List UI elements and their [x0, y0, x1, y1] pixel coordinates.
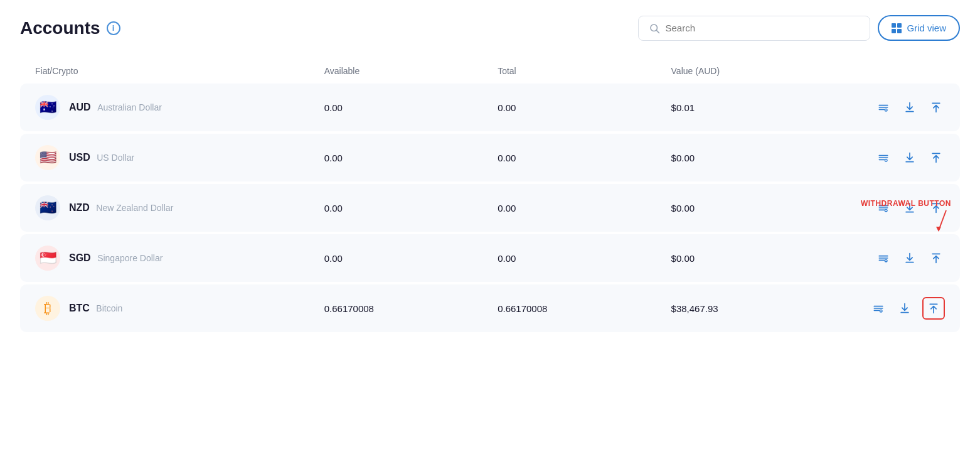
- grid-view-button[interactable]: Grid view: [878, 15, 960, 41]
- total-nzd: 0.00: [498, 203, 671, 213]
- transfer-button-sgd[interactable]: [875, 249, 892, 267]
- table-row-btc: ₿ BTC Bitcoin 0.66170008 0.66170008 $38,…: [20, 284, 960, 332]
- currency-name-nzd: New Zealand Dollar: [96, 203, 173, 213]
- withdraw-button-sgd[interactable]: [927, 249, 945, 267]
- available-btc: 0.66170008: [324, 303, 498, 314]
- actions-btc: [844, 297, 945, 320]
- currency-name-btc: Bitcoin: [96, 303, 122, 313]
- value-usd: $0.00: [671, 153, 844, 163]
- flag-aud: 🇦🇺: [35, 95, 60, 120]
- transfer-button-usd[interactable]: [875, 149, 892, 166]
- table-row: 🇦🇺 AUD Australian Dollar 0.00 0.00 $0.01: [20, 84, 960, 131]
- currency-code-sgd: SGD: [69, 252, 91, 263]
- total-usd: 0.00: [498, 153, 671, 163]
- title-area: Accounts i: [20, 18, 120, 38]
- available-usd: 0.00: [324, 153, 498, 163]
- total-sgd: 0.00: [498, 253, 671, 264]
- currency-name-sgd: Singapore Dollar: [97, 253, 162, 263]
- col-actions: [844, 66, 945, 76]
- currency-cell-sgd: 🇸🇬 SGD Singapore Dollar: [35, 246, 324, 271]
- header-right: Grid view: [638, 15, 960, 41]
- col-available: Available: [324, 66, 498, 76]
- total-btc: 0.66170008: [498, 303, 671, 314]
- svg-line-1: [657, 30, 659, 33]
- currency-name-aud: Australian Dollar: [97, 102, 162, 112]
- grid-icon: [892, 23, 902, 33]
- currency-cell-usd: 🇺🇸 USD US Dollar: [35, 145, 324, 170]
- actions-sgd: WITHDRAWAL BUTTON: [844, 249, 945, 267]
- value-aud: $0.01: [671, 102, 844, 113]
- actions-usd: [844, 149, 945, 166]
- withdraw-button-aud[interactable]: [927, 99, 945, 116]
- value-btc: $38,467.93: [671, 303, 844, 314]
- deposit-button-btc[interactable]: [896, 300, 913, 317]
- info-icon[interactable]: i: [107, 21, 120, 35]
- search-icon: [649, 23, 660, 34]
- deposit-button-sgd[interactable]: [901, 249, 919, 267]
- transfer-button-aud[interactable]: [875, 99, 892, 116]
- col-value: Value (AUD): [671, 66, 844, 76]
- currency-cell-nzd: 🇳🇿 NZD New Zealand Dollar: [35, 195, 324, 220]
- col-fiat-crypto: Fiat/Crypto: [35, 66, 324, 76]
- flag-usd: 🇺🇸: [35, 145, 60, 170]
- actions-aud: [844, 99, 945, 116]
- search-input[interactable]: [665, 23, 860, 33]
- currency-code-aud: AUD: [69, 102, 91, 112]
- table-row: 🇺🇸 USD US Dollar 0.00 0.00 $0.00: [20, 134, 960, 181]
- table-row: 🇳🇿 NZD New Zealand Dollar 0.00 0.00 $0.0…: [20, 184, 960, 232]
- currency-code-usd: USD: [69, 152, 90, 163]
- currency-cell-btc: ₿ BTC Bitcoin: [35, 296, 324, 321]
- currency-name-usd: US Dollar: [97, 153, 134, 163]
- actions-nzd: [844, 199, 945, 217]
- value-sgd: $0.00: [671, 253, 844, 264]
- table-header: Fiat/Crypto Available Total Value (AUD): [20, 61, 960, 81]
- search-box[interactable]: [638, 16, 870, 41]
- value-nzd: $0.00: [671, 203, 844, 213]
- page-wrapper: Accounts i Grid view Fiat/Crypto: [20, 15, 960, 332]
- deposit-button-nzd[interactable]: [901, 199, 919, 217]
- currency-cell-aud: 🇦🇺 AUD Australian Dollar: [35, 95, 324, 120]
- header: Accounts i Grid view: [20, 15, 960, 41]
- table-row: 🇸🇬 SGD Singapore Dollar 0.00 0.00 $0.00: [20, 234, 960, 282]
- transfer-button-btc[interactable]: [870, 300, 887, 317]
- withdraw-button-nzd[interactable]: [927, 199, 945, 217]
- withdraw-button-usd[interactable]: [927, 149, 945, 166]
- currency-code-nzd: NZD: [69, 202, 90, 213]
- col-total: Total: [498, 66, 671, 76]
- deposit-button-usd[interactable]: [901, 149, 919, 166]
- currency-code-btc: BTC: [69, 303, 90, 313]
- flag-btc: ₿: [35, 296, 60, 321]
- total-aud: 0.00: [498, 102, 671, 113]
- page-title: Accounts: [20, 18, 100, 38]
- flag-nzd: 🇳🇿: [35, 195, 60, 220]
- available-sgd: 0.00: [324, 253, 498, 264]
- flag-sgd: 🇸🇬: [35, 246, 60, 271]
- accounts-table: 🇦🇺 AUD Australian Dollar 0.00 0.00 $0.01: [20, 84, 960, 332]
- transfer-button-nzd[interactable]: [875, 199, 892, 217]
- withdraw-button-btc[interactable]: [922, 297, 945, 320]
- available-nzd: 0.00: [324, 203, 498, 213]
- deposit-button-aud[interactable]: [901, 99, 919, 116]
- available-aud: 0.00: [324, 102, 498, 113]
